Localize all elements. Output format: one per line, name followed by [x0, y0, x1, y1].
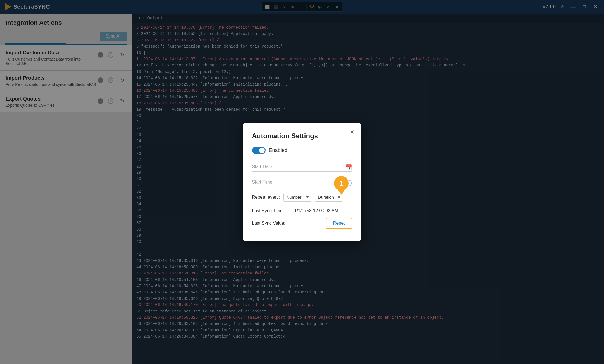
enabled-toggle[interactable]	[252, 147, 266, 154]
last-sync-value-label: Last Sync Value:	[252, 221, 294, 226]
callout-wrapper: 1	[334, 176, 349, 191]
enabled-label: Enabled	[269, 148, 287, 153]
last-sync-time-value: 1/1/1753 12:00:02 AM	[294, 208, 352, 213]
start-date-input[interactable]	[252, 162, 352, 172]
last-sync-value-row: Last Sync Value: Reset	[252, 218, 352, 229]
enabled-row: Enabled	[252, 147, 352, 154]
dialog-close-button[interactable]: ✕	[348, 128, 357, 137]
last-sync-time-label: Last Sync Time:	[252, 208, 294, 213]
last-sync-value-input[interactable]	[294, 221, 326, 226]
reset-button[interactable]: Reset	[326, 218, 352, 229]
duration-dropdown-wrap: Duration 1	[315, 193, 343, 202]
calendar-icon[interactable]: 📅	[345, 164, 352, 171]
toggle-knob	[259, 148, 265, 153]
start-date-field: 📅	[252, 162, 352, 172]
repeat-row: Repeat every: Number Duration 1	[252, 193, 352, 202]
dialog-title: Automation Settings	[252, 132, 352, 140]
repeat-number-select[interactable]: Number	[283, 193, 311, 202]
callout-number: 1	[339, 179, 343, 188]
repeat-label: Repeat every:	[252, 195, 280, 200]
callout-bubble: 1	[334, 176, 349, 191]
last-sync-time-row: Last Sync Time: 1/1/1753 12:00:02 AM	[252, 208, 352, 213]
modal-overlay: Automation Settings ✕ Enabled 📅 🕐 Repeat…	[0, 0, 604, 364]
automation-settings-dialog: Automation Settings ✕ Enabled 📅 🕐 Repeat…	[243, 123, 361, 241]
